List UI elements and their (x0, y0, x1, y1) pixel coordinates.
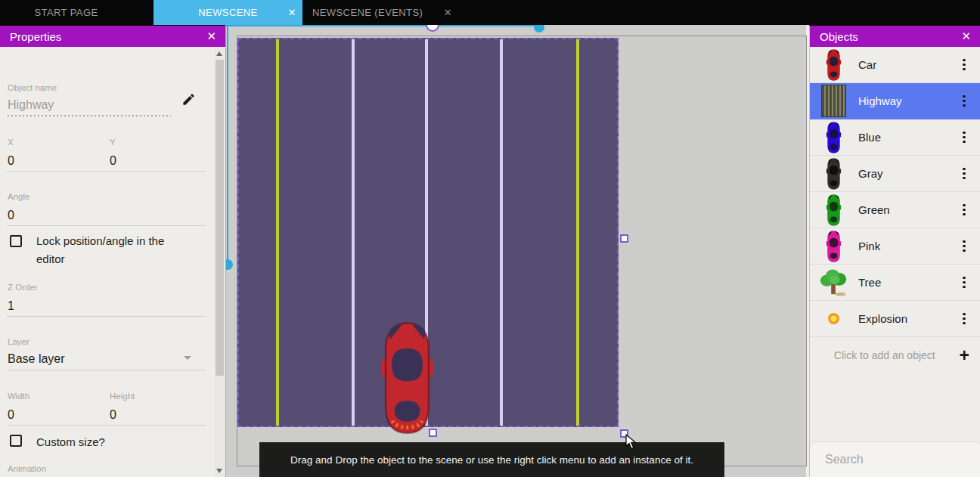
object-menu-icon[interactable] (956, 313, 972, 324)
properties-form: Object name Highway X 0 Y 0 Angle 0 Lock… (0, 47, 225, 477)
scroll-up-icon[interactable] (216, 51, 222, 56)
tab-newscene[interactable]: NEWSCENE ✕ (154, 0, 302, 25)
object-item-label: Car (858, 58, 956, 71)
green-car-icon (819, 194, 848, 227)
close-icon[interactable]: ✕ (444, 7, 452, 18)
object-item-label: Tree (858, 276, 956, 289)
z-order-field[interactable]: 1 (8, 299, 14, 313)
field-underline (7, 171, 206, 172)
window-resize-handle[interactable] (225, 259, 233, 270)
y-field[interactable]: 0 (110, 154, 116, 168)
panel-title: Objects (820, 30, 858, 43)
object-item-blue[interactable]: Blue (810, 119, 980, 156)
layer-select[interactable]: Base layer (8, 352, 65, 366)
field-underline (7, 316, 206, 317)
height-field[interactable]: 0 (110, 408, 116, 422)
object-item-car[interactable]: Car (810, 47, 980, 83)
close-icon[interactable]: ✕ (961, 29, 971, 43)
window-left-guide (227, 25, 228, 265)
car-instance[interactable] (380, 320, 434, 436)
animation-label: Animation (8, 464, 46, 473)
x-label: X (8, 138, 14, 147)
object-item-label: Gray (858, 167, 956, 180)
layer-label: Layer (8, 337, 29, 346)
object-item-pink[interactable]: Pink (810, 228, 980, 265)
scene-editor-window: START PAGE NEWSCENE ✕ NEWSCENE (EVENTS) … (0, 0, 980, 477)
explosion-icon (819, 302, 848, 336)
properties-panel-header: Properties ✕ (0, 26, 225, 47)
tab-label: NEWSCENE (EVENTS) (312, 7, 423, 18)
tree-icon (819, 266, 848, 299)
object-item-explosion[interactable]: Explosion (810, 301, 980, 337)
tab-start-page[interactable]: START PAGE (0, 0, 132, 25)
gray-car-icon (819, 157, 848, 190)
mouse-cursor (625, 434, 637, 451)
object-name-underline (8, 115, 171, 116)
add-object-label: Click to add an object (810, 349, 960, 361)
window-top-guide (226, 25, 539, 26)
pink-car-icon (819, 230, 848, 263)
object-menu-icon[interactable] (956, 95, 972, 107)
object-menu-icon[interactable] (956, 277, 972, 288)
highway-icon (819, 85, 848, 118)
object-item-label: Explosion (858, 312, 956, 325)
lock-position-label: Lock position/angle in the editor (36, 232, 195, 268)
object-item-green[interactable]: Green (810, 192, 980, 228)
angle-label: Angle (8, 192, 29, 201)
object-item-label: Pink (858, 240, 956, 252)
resize-handle-right[interactable] (620, 234, 628, 243)
objects-panel: Objects ✕ Car Highway Blue Gr (809, 26, 980, 477)
object-item-highway[interactable]: Highway (810, 83, 980, 119)
close-icon[interactable]: ✕ (206, 29, 216, 43)
red-car-icon (819, 48, 848, 82)
add-object-button[interactable]: Click to add an object + (810, 337, 980, 373)
search-bar (810, 442, 980, 477)
angle-field[interactable]: 0 (8, 209, 14, 222)
object-item-gray[interactable]: Gray (810, 156, 980, 192)
object-menu-icon[interactable] (956, 204, 972, 215)
plus-icon: + (960, 348, 969, 363)
chevron-down-icon[interactable] (184, 356, 191, 360)
field-underline (7, 425, 206, 426)
object-name-label: Object name (8, 83, 57, 92)
blue-car-icon (819, 121, 848, 154)
object-menu-icon[interactable] (956, 132, 972, 143)
field-underline (7, 370, 206, 370)
tab-label: NEWSCENE (198, 7, 257, 18)
object-menu-icon[interactable] (956, 168, 972, 179)
edit-pencil-icon[interactable] (181, 92, 196, 107)
object-menu-icon[interactable] (956, 240, 972, 252)
properties-scrollbar[interactable] (215, 48, 225, 477)
field-underline (7, 225, 206, 226)
panel-title: Properties (10, 30, 61, 43)
custom-size-checkbox[interactable] (10, 435, 22, 447)
object-item-label: Highway (858, 94, 956, 107)
object-item-label: Blue (858, 131, 956, 144)
scroll-down-icon[interactable] (216, 469, 222, 473)
x-field[interactable]: 0 (8, 154, 14, 168)
y-label: Y (110, 138, 116, 147)
width-label: Width (8, 392, 29, 401)
custom-size-label: Custom size? (36, 433, 195, 451)
tab-newscene-events[interactable]: NEWSCENE (EVENTS) ✕ (302, 0, 454, 25)
z-order-label: Z Order (8, 283, 38, 292)
object-item-label: Green (858, 203, 956, 216)
tab-label: START PAGE (35, 7, 98, 18)
objects-panel-header: Objects ✕ (810, 26, 980, 47)
close-icon[interactable]: ✕ (288, 7, 296, 18)
properties-panel: Properties ✕ Object name Highway X 0 Y 0… (0, 26, 225, 477)
search-input[interactable] (825, 453, 980, 466)
scrollbar-thumb[interactable] (216, 60, 224, 376)
object-name-value[interactable]: Highway (8, 98, 54, 112)
window-resize-handle[interactable] (534, 25, 544, 33)
height-label: Height (110, 392, 135, 401)
scene-canvas[interactable]: Drag and Drop the object to the scene or… (225, 25, 809, 477)
tab-bar: START PAGE NEWSCENE ✕ NEWSCENE (EVENTS) … (0, 0, 980, 25)
object-menu-icon[interactable] (956, 59, 972, 70)
rotate-handle[interactable] (426, 25, 439, 32)
object-item-tree[interactable]: Tree (810, 265, 980, 301)
lock-position-checkbox[interactable] (10, 235, 22, 247)
drag-drop-tooltip: Drag and Drop the object to the scene or… (259, 442, 724, 477)
width-field[interactable]: 0 (8, 408, 14, 422)
